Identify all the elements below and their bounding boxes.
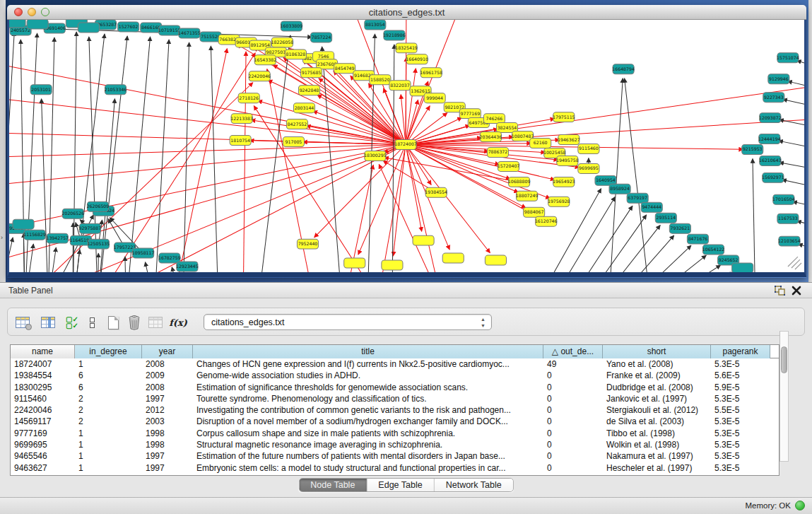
network-node[interactable]: 8454749 <box>334 64 355 74</box>
network-node[interactable]: 22420046 <box>248 71 271 81</box>
table-row[interactable]: 1872400712008Changes of HCN gene express… <box>11 358 779 370</box>
network-node[interactable]: 19756928 <box>548 197 570 206</box>
network-node[interactable] <box>344 258 365 268</box>
network-node[interactable]: 1810754 <box>230 136 251 146</box>
network-window-titlebar[interactable]: citations_edges.txt <box>7 5 806 20</box>
table-select-dropdown[interactable]: citations_edges.txt ▲▼ <box>204 314 492 330</box>
network-node[interactable]: 8471676 <box>687 234 708 244</box>
network-node[interactable]: 7952440 <box>297 239 318 249</box>
network-node[interactable]: 10654122 <box>702 245 725 255</box>
network-node[interactable]: 18724007 <box>394 140 417 150</box>
network-node[interactable]: 10958117 <box>132 248 155 258</box>
network-node[interactable]: 18325419 <box>395 43 418 53</box>
network-node[interactable]: 19218986 <box>383 30 406 40</box>
collapse-chevron-icon[interactable]: › <box>1 234 3 241</box>
network-node[interactable]: 1167533 <box>777 214 799 223</box>
network-node[interactable]: 9227343 <box>763 93 784 103</box>
network-node[interactable]: 19463627 <box>558 135 580 145</box>
function-builder-icon[interactable]: f(x) <box>169 313 187 332</box>
network-node[interactable] <box>13 219 34 229</box>
network-node[interactable]: 9129946 <box>768 74 789 84</box>
network-node[interactable]: 20364436 <box>480 132 502 142</box>
network-node[interactable]: 16033809 <box>281 21 303 31</box>
network-node[interactable]: 9884067 <box>524 207 545 217</box>
column-header-title[interactable]: title <box>193 345 543 358</box>
network-node[interactable] <box>732 263 753 272</box>
network-node[interactable]: 2053101 <box>30 85 52 95</box>
network-node[interactable]: 14671355 <box>178 28 201 38</box>
network-node[interactable] <box>27 20 48 29</box>
table-row[interactable]: 2242004622012Investigating the contribut… <box>11 404 779 416</box>
delete-icon[interactable] <box>125 313 143 332</box>
table-row[interactable]: 969969511998Structural magnetic resonanc… <box>11 439 779 450</box>
network-node[interactable]: 11156829 <box>23 230 46 240</box>
network-node[interactable]: 917005 <box>283 137 304 147</box>
network-node[interactable]: 16782759 <box>158 253 181 263</box>
network-node[interactable]: 1527602 <box>118 22 139 32</box>
table-row[interactable]: 911546021997Tourette syndrome. Phenomeno… <box>11 393 779 404</box>
network-node[interactable]: 19495758 <box>556 156 579 165</box>
network-node[interactable]: 10688809 <box>508 177 531 187</box>
network-node[interactable]: 19384554 <box>425 187 447 197</box>
network-node[interactable]: 2718126 <box>238 93 259 103</box>
table-row[interactable]: 946362711997Embryonic stem cells: a mode… <box>11 462 779 474</box>
network-node[interactable]: 2935114 <box>655 213 676 223</box>
canvas-resize-grip[interactable] <box>788 257 801 269</box>
network-node[interactable]: 19654923 <box>553 177 575 187</box>
network-node[interactable]: 16961758 <box>420 68 442 78</box>
network-node[interactable]: 7886372 <box>487 147 508 157</box>
network-node[interactable]: 9699695 <box>578 163 599 173</box>
network-node[interactable]: 7932621 <box>669 223 690 233</box>
network-node[interactable]: 8958924 <box>609 184 630 194</box>
network-node[interactable]: 17016504 <box>772 194 795 204</box>
network-node[interactable]: 6379197 <box>627 193 648 203</box>
column-header-short[interactable]: short <box>603 345 711 358</box>
network-node[interactable]: 12213383 <box>230 114 253 124</box>
network-node[interactable]: 16543382 <box>254 55 276 65</box>
table-column-settings-icon[interactable] <box>13 313 32 332</box>
network-node[interactable]: 9215953 <box>742 145 763 155</box>
table-row[interactable]: 1938455462009Genome-wide association stu… <box>11 370 779 381</box>
table-row[interactable]: 946554611997Estimation of the future num… <box>11 450 779 462</box>
network-node[interactable]: 13942757 <box>46 233 69 243</box>
scrollbar-thumb[interactable] <box>781 346 787 373</box>
network-node[interactable]: 21053346 <box>105 85 127 95</box>
column-header-name[interactable]: name <box>11 345 75 358</box>
network-node[interactable]: 62160 <box>530 139 551 148</box>
network-node[interactable]: 9242848 <box>298 86 319 95</box>
network-node[interactable]: 17975115 <box>553 112 575 122</box>
network-node[interactable]: 18300295 <box>364 151 387 160</box>
network-node[interactable]: 16648794 <box>612 64 635 74</box>
column-header-year[interactable]: year <box>142 345 193 358</box>
table-row[interactable]: 1456911722003Disruption of a novel membe… <box>11 416 779 427</box>
column-header-in-degree[interactable]: in_degree <box>75 345 142 358</box>
table-row[interactable]: 1830029562008Estimation of significance … <box>11 382 779 393</box>
network-node[interactable] <box>78 23 99 33</box>
network-node[interactable]: 999044 <box>424 93 445 103</box>
network-node[interactable]: 9115460 <box>578 144 599 154</box>
network-graph[interactable]: 1872400724055722069140610653287152760284… <box>9 20 804 272</box>
network-node[interactable]: 18226058 <box>271 37 294 47</box>
network-node[interactable]: 746266 <box>483 114 505 124</box>
network-node[interactable] <box>442 253 464 263</box>
network-node[interactable]: 15692971 <box>762 173 784 182</box>
network-node[interactable]: 92975887 <box>79 223 102 233</box>
table-vertical-scrollbar[interactable] <box>779 331 789 462</box>
network-node[interactable]: 8813054 <box>365 20 386 30</box>
network-node[interactable]: 9175685 <box>300 68 322 78</box>
select-all-rows-icon[interactable]: ▢✓▢✓ <box>63 313 81 332</box>
table-row[interactable]: 977716911998Corpus callosum shape and si… <box>11 428 779 439</box>
network-node[interactable]: 9474444 <box>641 202 662 212</box>
network-node[interactable]: 8322037 <box>389 81 411 90</box>
network-node[interactable]: 16640910 <box>406 54 428 64</box>
network-node[interactable]: 15720407 <box>498 161 520 171</box>
network-node[interactable]: 12505135 <box>88 239 110 249</box>
column-header-out-de-[interactable]: △ out_de... <box>543 345 603 358</box>
network-canvas[interactable]: 1872400724055722069140610653287152760284… <box>7 20 806 277</box>
network-node[interactable]: 12093872 <box>759 113 782 123</box>
tab-node-table[interactable]: Node Table <box>299 479 367 491</box>
network-node[interactable]: 12444194 <box>758 134 781 144</box>
unselect-all-rows-icon[interactable] <box>83 313 101 332</box>
network-node[interactable]: 10719155 <box>158 25 181 35</box>
close-panel-icon[interactable] <box>791 285 804 297</box>
